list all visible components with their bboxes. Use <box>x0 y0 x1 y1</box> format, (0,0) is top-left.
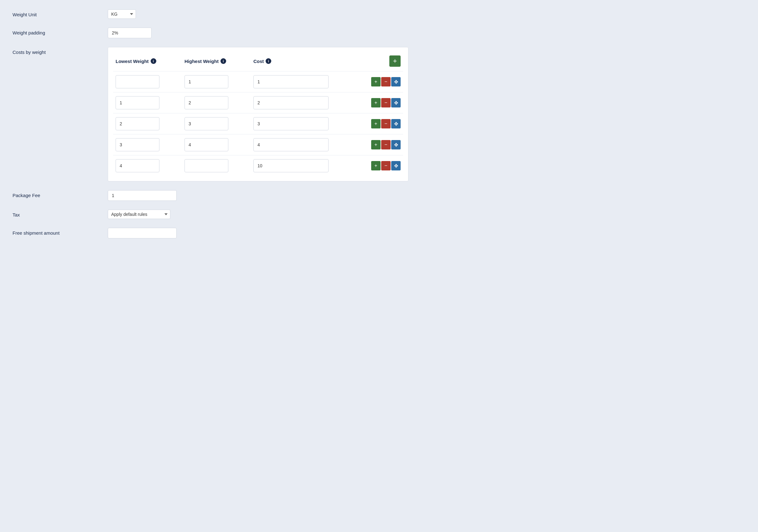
row4-lowest-input[interactable] <box>116 138 159 151</box>
weight-padding-control <box>108 27 745 38</box>
row3-move-button[interactable]: ✥ <box>391 119 400 128</box>
cost-info-icon: i <box>266 58 271 64</box>
row3-highest-cell <box>185 117 254 130</box>
package-fee-input[interactable] <box>108 190 177 201</box>
row3-remove-button[interactable]: − <box>381 119 391 128</box>
cost-row-3: + − ✥ <box>113 113 403 134</box>
row3-highest-input[interactable] <box>185 117 228 130</box>
row4-lowest-cell <box>116 138 185 151</box>
row3-lowest-cell <box>116 117 185 130</box>
tax-control: Apply default rules None Standard Rate <box>108 210 745 219</box>
lowest-weight-info-icon: i <box>151 58 156 64</box>
cost-label: Cost <box>254 58 264 64</box>
row2-cost-input[interactable] <box>254 96 328 109</box>
row4-remove-button[interactable]: − <box>381 140 391 150</box>
row5-remove-button[interactable]: − <box>381 161 391 170</box>
row4-cost-input[interactable] <box>254 138 328 151</box>
weight-unit-label: Weight Unit <box>13 9 100 17</box>
cost-row-1: + − ✥ <box>113 71 403 92</box>
costs-by-weight-row: Costs by weight Lowest Weight i Highest … <box>13 47 745 181</box>
col-header-lowest: Lowest Weight i <box>116 58 185 64</box>
row2-actions: + − ✥ <box>369 98 400 107</box>
weight-padding-label: Weight padding <box>13 27 100 35</box>
highest-weight-label: Highest Weight <box>185 58 219 64</box>
weight-unit-select[interactable]: KG LB G OZ <box>108 9 136 19</box>
row4-highest-cell <box>185 138 254 151</box>
weight-padding-input[interactable] <box>108 27 152 38</box>
cost-row-5: + − ✥ <box>113 155 403 176</box>
row4-cost-cell <box>254 138 369 151</box>
cost-row-2: + − ✥ <box>113 92 403 113</box>
row1-cost-input[interactable] <box>254 75 328 89</box>
row5-cost-input[interactable] <box>254 159 328 172</box>
row3-add-button[interactable]: + <box>371 119 381 128</box>
free-shipment-label: Free shipment amount <box>13 228 100 235</box>
row5-lowest-input[interactable] <box>116 159 159 172</box>
tax-row: Tax Apply default rules None Standard Ra… <box>13 210 745 219</box>
row3-cost-input[interactable] <box>254 117 328 130</box>
row3-lowest-input[interactable] <box>116 117 159 130</box>
col-header-cost: Cost i <box>254 58 369 64</box>
weight-unit-control: KG LB G OZ <box>108 9 745 19</box>
row2-highest-cell <box>185 96 254 109</box>
row1-move-button[interactable]: ✥ <box>391 77 400 87</box>
row2-lowest-cell <box>116 96 185 109</box>
row4-actions: + − ✥ <box>369 140 400 150</box>
row1-lowest-input[interactable] <box>116 75 159 89</box>
highest-weight-info-icon: i <box>221 58 226 64</box>
row1-lowest-cell <box>116 75 185 89</box>
row2-cost-cell <box>254 96 369 109</box>
costs-table-header: Lowest Weight i Highest Weight i Cost i … <box>113 52 403 71</box>
tax-label: Tax <box>13 210 100 217</box>
costs-table: Lowest Weight i Highest Weight i Cost i … <box>108 47 408 181</box>
row2-lowest-input[interactable] <box>116 96 159 109</box>
row1-highest-input[interactable] <box>185 75 228 89</box>
package-fee-control <box>108 190 745 201</box>
row4-highest-input[interactable] <box>185 138 228 151</box>
row5-highest-cell <box>185 159 254 172</box>
row1-highest-cell <box>185 75 254 89</box>
row1-remove-button[interactable]: − <box>381 77 391 87</box>
cost-row-4: + − ✥ <box>113 134 403 155</box>
weight-unit-row: Weight Unit KG LB G OZ <box>13 9 745 19</box>
row5-lowest-cell <box>116 159 185 172</box>
row5-highest-input[interactable] <box>185 159 228 172</box>
row1-actions: + − ✥ <box>369 77 400 87</box>
package-fee-label: Package Fee <box>13 190 100 198</box>
col-header-actions: + <box>369 55 400 67</box>
row2-highest-input[interactable] <box>185 96 228 109</box>
free-shipment-row: Free shipment amount <box>13 228 745 238</box>
row4-add-button[interactable]: + <box>371 140 381 150</box>
package-fee-row: Package Fee <box>13 190 745 201</box>
row2-remove-button[interactable]: − <box>381 98 391 107</box>
row3-actions: + − ✥ <box>369 119 400 128</box>
row3-cost-cell <box>254 117 369 130</box>
row4-move-button[interactable]: ✥ <box>391 140 400 150</box>
free-shipment-control <box>108 228 745 238</box>
weight-padding-row: Weight padding <box>13 27 745 38</box>
add-row-header-button[interactable]: + <box>389 55 400 67</box>
lowest-weight-label: Lowest Weight <box>116 58 149 64</box>
row1-cost-cell <box>254 75 369 89</box>
row5-add-button[interactable]: + <box>371 161 381 170</box>
row5-cost-cell <box>254 159 369 172</box>
free-shipment-input[interactable] <box>108 228 177 238</box>
tax-select[interactable]: Apply default rules None Standard Rate <box>108 210 170 219</box>
row2-add-button[interactable]: + <box>371 98 381 107</box>
row5-actions: + − ✥ <box>369 161 400 170</box>
shipping-form: Weight Unit KG LB G OZ Weight padding Co… <box>13 9 745 238</box>
costs-table-container: Lowest Weight i Highest Weight i Cost i … <box>108 47 745 181</box>
row1-add-button[interactable]: + <box>371 77 381 87</box>
costs-by-weight-label: Costs by weight <box>13 47 100 55</box>
col-header-highest: Highest Weight i <box>185 58 254 64</box>
row5-move-button[interactable]: ✥ <box>391 161 400 170</box>
row2-move-button[interactable]: ✥ <box>391 98 400 107</box>
